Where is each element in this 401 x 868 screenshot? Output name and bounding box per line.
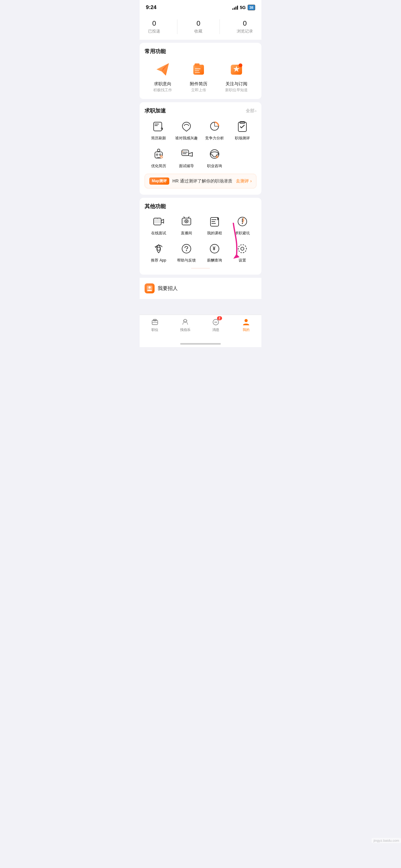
home-indicator-bar (180, 343, 221, 345)
attachment-resume-icon (189, 60, 208, 79)
all-button[interactable]: 全部 › (246, 108, 257, 114)
svg-point-49 (157, 247, 160, 250)
job-tips-icon (236, 215, 249, 228)
help-feedback-item[interactable]: 帮助与反馈 (173, 242, 201, 263)
stat-history[interactable]: 0 浏览记录 (237, 19, 253, 34)
svg-point-65 (214, 322, 215, 323)
stat-collected[interactable]: 0 收藏 (194, 19, 202, 34)
interview-coach-item[interactable]: 面试辅导 (173, 147, 201, 169)
competition-analysis-icon (208, 119, 222, 133)
competition-analysis-name: 竞争力分析 (201, 135, 229, 141)
delivered-count: 0 (148, 19, 160, 28)
who-interested-item[interactable]: 谁对我感兴趣 (173, 119, 201, 141)
recruit-icon (144, 283, 155, 293)
accelerate-header: 求职加速 全部 › (144, 107, 257, 114)
settings-item[interactable]: 设置 (229, 242, 257, 263)
battery-indicator: 38 (248, 5, 255, 10)
nav-mine[interactable]: 我的 (231, 317, 262, 332)
collected-count: 0 (194, 19, 202, 28)
workplace-test-icon (235, 119, 249, 133)
live-room-item[interactable]: 直播间 (173, 215, 201, 236)
svg-rect-32 (154, 219, 161, 223)
stats-row: 0 已投递 0 收藏 0 浏览记录 (140, 14, 261, 40)
nav-mine-label: 我的 (243, 328, 249, 332)
svg-rect-44 (211, 223, 216, 224)
follow-subscribe-name: 关注与订阅 (225, 81, 248, 87)
resume-refresh-item[interactable]: 简历刷新 (144, 119, 173, 141)
map-banner[interactable]: Map测评 HR 通过测评了解你的职场潜质 去测评 › (144, 174, 257, 188)
who-interested-icon (179, 119, 193, 133)
network-type: 5G (240, 5, 246, 10)
my-courses-name: 我的课程 (201, 230, 229, 236)
job-tips-item[interactable]: 求职避坑 (229, 215, 257, 236)
history-count: 0 (237, 19, 253, 28)
svg-point-20 (156, 154, 158, 156)
my-courses-item[interactable]: 我的课程 (201, 215, 229, 236)
nav-jobs-label: 职位 (152, 328, 158, 332)
svg-rect-23 (182, 150, 189, 156)
attachment-resume-name: 附件简历 (189, 81, 208, 87)
status-time: 9:24 (146, 4, 157, 11)
svg-point-21 (159, 154, 161, 156)
recruit-text: 我要招人 (158, 285, 178, 292)
online-interview-item[interactable]: 在线面试 (144, 215, 173, 236)
workplace-test-item[interactable]: 职场测评 (229, 119, 257, 141)
other-functions-grid: 在线面试 直播间 (144, 215, 257, 263)
settings-name: 设置 (229, 258, 257, 263)
svg-point-33 (157, 218, 158, 219)
status-right: 5G 38 (232, 5, 255, 10)
competition-analysis-item[interactable]: 竞争力分析 (201, 119, 229, 141)
signal-icon (232, 5, 238, 10)
other-functions-title: 其他功能 (144, 203, 257, 210)
other-functions-section: 其他功能 在线面试 (140, 198, 261, 275)
delivered-label: 已投递 (148, 28, 160, 34)
svg-rect-7 (195, 72, 200, 73)
svg-rect-43 (211, 221, 215, 222)
follow-subscribe-item[interactable]: 关注与订阅 新职位早知道 (225, 60, 248, 93)
job-intention-name: 求职意向 (153, 81, 172, 87)
svg-point-62 (183, 320, 184, 321)
nav-find-label: 找伯乐 (180, 328, 191, 332)
svg-point-54 (241, 247, 244, 250)
resume-refresh-name: 简历刷新 (144, 135, 173, 141)
svg-rect-12 (155, 124, 159, 124)
svg-marker-27 (189, 153, 192, 156)
recommend-app-item[interactable]: 推荐 App (144, 242, 173, 263)
help-feedback-name: 帮助与反馈 (173, 258, 201, 263)
svg-text:¥: ¥ (213, 246, 215, 251)
map-action-button[interactable]: 去测评 › (236, 178, 252, 184)
nav-message-label: 消息 (212, 328, 219, 332)
recruit-section[interactable]: 我要招人 (140, 278, 261, 299)
interview-coach-name: 面试辅导 (173, 163, 201, 169)
optimize-resume-name: 优化简历 (144, 163, 173, 169)
nav-jobs[interactable]: 职位 (140, 317, 170, 332)
mine-nav-icon (242, 317, 250, 326)
stat-delivered[interactable]: 0 已投递 (148, 19, 160, 34)
message-nav-icon: 2 (211, 317, 220, 326)
collected-label: 收藏 (194, 28, 202, 34)
career-consult-item[interactable]: 职业咨询 (201, 147, 229, 169)
nav-message[interactable]: 2 消息 (201, 317, 231, 332)
map-banner-text: HR 通过测评了解你的职场潜质 (172, 178, 233, 184)
svg-rect-26 (183, 153, 187, 154)
job-intention-item[interactable]: 求职意向 积极找工作 (153, 60, 172, 93)
svg-rect-10 (239, 63, 242, 67)
nav-find[interactable]: 找伯乐 (170, 317, 201, 332)
optimize-resume-item[interactable]: 优化简历 (144, 147, 173, 169)
online-interview-icon (152, 215, 165, 228)
accelerate-section: 求职加速 全部 › 简历刷新 (140, 102, 261, 195)
common-functions-title: 常用功能 (144, 48, 257, 55)
career-consult-name: 职业咨询 (201, 163, 229, 169)
bottom-nav: 职位 找伯乐 2 消息 (140, 315, 261, 338)
recommend-app-icon (152, 242, 165, 255)
salary-query-item[interactable]: ¥ 薪酬查询 (201, 242, 229, 263)
accelerate-grid: 简历刷新 谁对我感兴趣 竞争力 (144, 119, 257, 169)
history-label: 浏览记录 (237, 28, 253, 34)
attachment-resume-sub: 立即上传 (189, 88, 208, 93)
job-tips-name: 求职避坑 (229, 230, 257, 236)
attachment-resume-item[interactable]: 附件简历 立即上传 (189, 60, 208, 93)
follow-subscribe-icon (227, 60, 246, 79)
online-interview-name: 在线面试 (144, 230, 173, 236)
follow-subscribe-sub: 新职位早知道 (225, 88, 248, 93)
map-tag: Map测评 (149, 178, 169, 185)
